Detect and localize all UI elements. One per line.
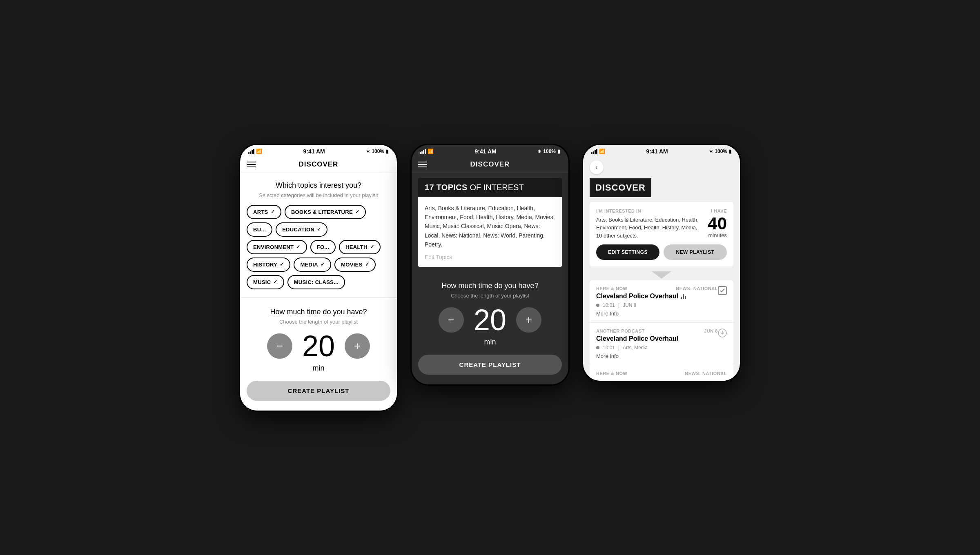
podcast-title-text-2: Cleveland Police Overhaul: [596, 335, 678, 342]
edit-topics-link[interactable]: Edit Topics: [425, 254, 555, 260]
podcast-source-3: HERE & NOW NEWS: NATIONAL: [596, 371, 727, 376]
settings-row: I'M INTERESTED IN Arts, Books & Literatu…: [596, 209, 727, 240]
podcast-row-2: ANOTHER PODCAST JUN 8 Cleveland Police O…: [596, 329, 727, 359]
tag-media-label: MEDIA: [300, 262, 318, 268]
tag-environment[interactable]: ENVIRONMENT✓: [247, 240, 307, 254]
wifi-icon-3: 📶: [599, 149, 605, 154]
hamburger-button-2[interactable]: [418, 162, 427, 167]
settings-buttons: EDIT SETTINGS NEW PLAYLIST: [596, 244, 727, 260]
time-section-1: How much time do you have? Choose the le…: [240, 298, 397, 411]
tag-history[interactable]: HISTORY✓: [247, 258, 290, 272]
checkbox-icon-1[interactable]: [718, 286, 727, 295]
tag-arts-label: ARTS: [253, 209, 268, 215]
chevron-down-icon: [652, 271, 671, 279]
more-info-link-2[interactable]: More Info: [596, 353, 718, 359]
status-time-1: 9:41 AM: [303, 148, 325, 155]
wifi-icon-2: 📶: [428, 149, 434, 154]
screens-container: 📶 9:41 AM ∗ 100% ▮ DISCOVER: [239, 144, 741, 412]
new-playlist-button[interactable]: NEW PLAYLIST: [664, 244, 727, 260]
podcast-item-3: HERE & NOW NEWS: NATIONAL: [590, 365, 733, 381]
topics-subtitle-1: Selected categories will be included in …: [247, 192, 390, 198]
signal-bars-1: [248, 149, 254, 154]
tag-music[interactable]: MUSIC✓: [247, 275, 284, 289]
podcast-content-2: ANOTHER PODCAST JUN 8 Cleveland Police O…: [596, 329, 718, 359]
screen3-inner: 📶 9:41 AM ∗ 100% ▮ ‹ DISCOVER: [583, 145, 740, 381]
interested-in-label: I'M INTERESTED IN: [596, 209, 699, 213]
more-info-link-1[interactable]: More Info: [596, 311, 718, 317]
signal-bars-2: [420, 149, 426, 154]
increment-button-2[interactable]: +: [516, 307, 541, 333]
dot-indicator-2: [596, 346, 599, 349]
podcast-date-1: |: [618, 302, 619, 308]
tag-history-label: HISTORY: [253, 262, 277, 268]
topics-title-1: Which topics interest you?: [247, 181, 390, 190]
download-icon-2[interactable]: [718, 329, 727, 340]
tag-bu[interactable]: BU...: [247, 222, 272, 237]
s2-bar3: [423, 150, 424, 154]
tag-movies[interactable]: MOVIES✓: [334, 258, 376, 272]
tag-history-check: ✓: [280, 262, 284, 267]
tag-books[interactable]: BOOKS & LITERATURE✓: [285, 205, 366, 219]
topics-count-number: 17 TOPICS: [425, 183, 470, 192]
phone-screen-1: 📶 9:41 AM ∗ 100% ▮ DISCOVER: [239, 144, 398, 412]
create-playlist-button-1[interactable]: CREATE PLAYLIST: [247, 381, 390, 401]
podcast-list: HERE & NOW NEWS: NATIONAL Cleveland Poli…: [590, 280, 733, 381]
decrement-button-1[interactable]: −: [267, 333, 292, 359]
podcast-source-name-1: HERE & NOW: [596, 286, 628, 291]
topics-count-header: 17 TOPICS OF INTEREST: [418, 178, 562, 197]
podcast-date-badge-2: JUN 8: [704, 329, 718, 333]
settings-left: I'M INTERESTED IN Arts, Books & Literatu…: [596, 209, 708, 240]
status-time-3: 9:41 AM: [646, 148, 668, 155]
discover-header-wrapper: DISCOVER: [590, 178, 651, 197]
playing-bars-icon: [681, 293, 686, 299]
tag-music-class-label: MUSIC: CLASS...: [294, 279, 339, 285]
podcast-meta-1: 10:01 | JUN 8: [596, 302, 718, 308]
nav-bar-1: DISCOVER: [240, 156, 397, 173]
podcast-source-tag-3: NEWS: NATIONAL: [685, 371, 727, 376]
tag-movies-check: ✓: [365, 262, 369, 267]
time-title-1: How much time do you have?: [247, 308, 390, 316]
phone-screen-2: 📶 9:41 AM ∗ 100% ▮ DISCOVER: [410, 144, 570, 386]
time-min-1: min: [247, 364, 390, 373]
hamburger-button-1[interactable]: [247, 162, 256, 167]
time-subtitle-1: Choose the length of your playlist: [247, 319, 390, 325]
signal-area-2: 📶: [420, 149, 434, 154]
tag-music-check: ✓: [273, 279, 277, 285]
tag-health[interactable]: HEALTH✓: [339, 240, 381, 254]
time-controls-1: − 20 +: [247, 331, 390, 361]
hamburger-line-2b: [418, 164, 427, 165]
time-controls-2: − 20 +: [418, 305, 562, 335]
back-button[interactable]: ‹: [590, 160, 604, 174]
podcast-meta-2: 10:01 | Arts, Media: [596, 345, 718, 351]
increment-button-1[interactable]: +: [345, 333, 370, 359]
settings-right: I HAVE 40 minutes: [708, 209, 727, 238]
tag-media[interactable]: MEDIA✓: [294, 258, 331, 272]
signal-bar-3: [252, 150, 253, 154]
hamburger-line-3: [247, 166, 256, 167]
s3-bar1: [591, 152, 592, 154]
decrement-button-2[interactable]: −: [439, 307, 464, 333]
podcast-action-1: [718, 286, 727, 295]
time-value-1: 20: [302, 331, 335, 361]
tag-arts[interactable]: ARTS✓: [247, 205, 281, 219]
signal-bar-1: [248, 152, 249, 154]
podcast-duration-2: 10:01: [603, 345, 615, 351]
tag-music-class[interactable]: MUSIC: CLASS...: [287, 275, 345, 289]
have-unit: minutes: [708, 232, 727, 238]
tag-education[interactable]: EDUCATION✓: [276, 222, 327, 237]
podcast-title-text-1: Cleveland Police Overhaul: [596, 293, 678, 300]
nav-title-2: DISCOVER: [470, 160, 510, 169]
bluetooth-icon-3: ∗: [709, 149, 713, 154]
screen2-inner: 📶 9:41 AM ∗ 100% ▮ DISCOVER: [412, 145, 568, 385]
signal-bar-4: [253, 149, 254, 154]
tag-environment-label: ENVIRONMENT: [253, 244, 294, 250]
phone-screen-3: 📶 9:41 AM ∗ 100% ▮ ‹ DISCOVER: [582, 144, 741, 382]
edit-settings-button[interactable]: EDIT SETTINGS: [596, 244, 659, 260]
podcast-source-1: HERE & NOW NEWS: NATIONAL: [596, 286, 718, 291]
tag-fo[interactable]: FO...: [310, 240, 336, 254]
check-svg-1: [720, 288, 725, 293]
tag-movies-label: MOVIES: [341, 262, 362, 268]
status-bar-1: 📶 9:41 AM ∗ 100% ▮: [240, 145, 397, 156]
podcast-tags-2: Arts, Media: [623, 345, 648, 351]
create-playlist-button-2[interactable]: CREATE PLAYLIST: [418, 355, 562, 375]
